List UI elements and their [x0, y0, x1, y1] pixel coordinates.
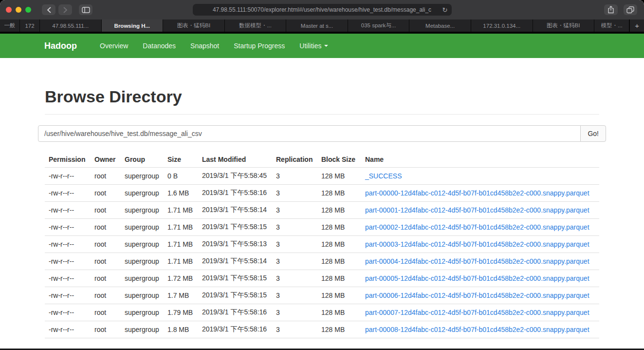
file-link[interactable]: _SUCCESS: [365, 172, 402, 180]
browser-tab[interactable]: Master at s...: [286, 19, 348, 32]
new-tab-button[interactable]: +: [629, 19, 644, 32]
column-header: Name: [361, 152, 599, 168]
browser-tab[interactable]: 47.98.55.111...: [40, 19, 102, 32]
file-row: -rw-r--r-- root supergroup 1.71 MB 2019/…: [45, 202, 599, 219]
hadoop-navbar: Hadoop Overview Datanodes Snapshot Start…: [0, 34, 644, 58]
address-bar[interactable]: 47.98.55.111:50070/explorer.html#/user/h…: [193, 4, 452, 16]
cell-block-size: 128 MB: [317, 219, 361, 236]
zoom-window-button[interactable]: [25, 7, 31, 13]
cell-permission: -rw-r--r--: [45, 185, 91, 202]
cell-permission: -rw-r--r--: [45, 287, 91, 304]
browser-tab[interactable]: 图表・猛犸BI: [163, 19, 225, 32]
cell-permission: -rw-r--r--: [45, 270, 91, 287]
browser-tab[interactable]: Metabase...: [409, 19, 471, 32]
browser-tab[interactable]: 数据模型・...: [225, 19, 287, 32]
cell-block-size: 128 MB: [317, 202, 361, 219]
tab-overview-button[interactable]: [624, 4, 637, 15]
cell-size: 1.6 MB: [164, 185, 198, 202]
directory-path-input[interactable]: [38, 125, 581, 142]
chevron-right-icon: [63, 7, 68, 13]
history-nav-group: [42, 4, 72, 15]
cell-permission: -rw-r--r--: [45, 202, 91, 219]
cell-owner: root: [91, 236, 121, 253]
tab-label: 一般: [4, 22, 16, 29]
cell-size: 1.7 MB: [164, 287, 198, 304]
column-header: Replication: [272, 152, 317, 168]
back-button[interactable]: [42, 4, 55, 15]
cell-name: part-00003-12d4fabc-c012-4d5f-b07f-b01cd…: [361, 236, 599, 253]
column-header: Permission: [45, 152, 91, 168]
navbar-item[interactable]: Datanodes: [135, 34, 183, 58]
cell-permission: -rw-r--r--: [45, 321, 91, 338]
cell-group: supergroup: [121, 219, 164, 236]
browser-tab[interactable]: 035 spark与...: [348, 19, 410, 32]
browser-window: 47.98.55.111:50070/explorer.html#/user/h…: [0, 0, 644, 350]
navbar-item-label: Overview: [100, 42, 128, 50]
cell-name: part-00004-12d4fabc-c012-4d5f-b07f-b01cd…: [361, 253, 599, 270]
close-window-button[interactable]: [6, 7, 12, 13]
cell-replication: 3: [272, 270, 317, 287]
cell-block-size: 128 MB: [317, 287, 361, 304]
cell-name: part-00002-12d4fabc-c012-4d5f-b07f-b01cd…: [361, 219, 599, 236]
tabs-overview-icon: [626, 6, 634, 14]
file-row: -rw-r--r-- root supergroup 1.79 MB 2019/…: [45, 304, 599, 321]
cell-owner: root: [91, 287, 121, 304]
file-row: -rw-r--r-- root supergroup 0 B 2019/3/1 …: [45, 168, 599, 185]
file-row: -rw-r--r-- root supergroup 1.8 MB 2019/3…: [45, 321, 599, 338]
navbar-item[interactable]: Snapshot: [183, 34, 226, 58]
cell-last-modified: 2019/3/1 下午5:58:16: [198, 185, 272, 202]
navbar-item-label: Startup Progress: [234, 42, 285, 50]
navbar-item[interactable]: Startup Progress: [226, 34, 292, 58]
file-link[interactable]: part-00002-12d4fabc-c012-4d5f-b07f-b01cd…: [365, 223, 589, 231]
navbar-item-label: Snapshot: [190, 42, 219, 50]
cell-name: part-00007-12d4fabc-c012-4d5f-b07f-b01cd…: [361, 304, 599, 321]
navbar-item[interactable]: Overview: [92, 34, 135, 58]
file-link[interactable]: part-00004-12d4fabc-c012-4d5f-b07f-b01cd…: [365, 257, 589, 265]
navbar-item[interactable]: Utilities: [292, 34, 335, 58]
file-link[interactable]: part-00003-12d4fabc-c012-4d5f-b07f-b01cd…: [365, 240, 589, 248]
go-button[interactable]: Go!: [580, 125, 606, 142]
cell-last-modified: 2019/3/1 下午5:58:15: [198, 219, 272, 236]
browser-tab[interactable]: Browsing H...: [102, 19, 164, 32]
tab-label: 模型・...: [601, 22, 623, 29]
tab-label: 图表・猛犸BI: [177, 22, 210, 29]
cell-group: supergroup: [121, 253, 164, 270]
cell-name: part-00006-12d4fabc-c012-4d5f-b07f-b01cd…: [361, 287, 599, 304]
file-listing-table: Permission Owner Group Size Last Modifie…: [45, 152, 599, 338]
forward-button[interactable]: [58, 4, 72, 15]
cell-group: supergroup: [121, 236, 164, 253]
cell-name: _SUCCESS: [361, 168, 599, 185]
browser-tab[interactable]: 图表・猛犸BI: [533, 19, 595, 32]
tab-label: Master at s...: [301, 23, 333, 29]
toolbar-right-group: [604, 4, 637, 15]
reload-icon[interactable]: ↻: [442, 7, 448, 13]
minimize-window-button[interactable]: [16, 7, 21, 13]
cell-name: part-00000-12d4fabc-c012-4d5f-b07f-b01cd…: [361, 185, 599, 202]
cell-permission: -rw-r--r--: [45, 253, 91, 270]
file-link[interactable]: part-00005-12d4fabc-c012-4d5f-b07f-b01cd…: [365, 274, 589, 282]
file-link[interactable]: part-00001-12d4fabc-c012-4d5f-b07f-b01cd…: [365, 206, 589, 214]
cell-replication: 3: [272, 304, 317, 321]
cell-block-size: 128 MB: [317, 270, 361, 287]
share-button[interactable]: [604, 4, 618, 15]
tab-label: Metabase...: [425, 23, 455, 29]
table-header-row: Permission Owner Group Size Last Modifie…: [45, 152, 599, 168]
tab-label: 图表・猛犸BI: [547, 22, 580, 29]
cell-owner: root: [91, 185, 121, 202]
browser-tab[interactable]: 一般: [0, 19, 20, 32]
cell-owner: root: [91, 304, 121, 321]
file-link[interactable]: part-00008-12d4fabc-c012-4d5f-b07f-b01cd…: [365, 326, 589, 333]
file-link[interactable]: part-00006-12d4fabc-c012-4d5f-b07f-b01cd…: [365, 292, 589, 299]
titlebar: 47.98.55.111:50070/explorer.html#/user/h…: [0, 0, 644, 19]
browser-tab[interactable]: 模型・...: [594, 19, 629, 32]
cell-owner: root: [91, 168, 121, 185]
browser-tab[interactable]: 172.31.0.134...: [471, 19, 533, 32]
file-link[interactable]: part-00000-12d4fabc-c012-4d5f-b07f-b01cd…: [365, 189, 589, 197]
file-link[interactable]: part-00007-12d4fabc-c012-4d5f-b07f-b01cd…: [365, 309, 589, 316]
cell-last-modified: 2019/3/1 下午5:58:16: [198, 304, 272, 321]
cell-permission: -rw-r--r--: [45, 219, 91, 236]
sidebar-toggle-button[interactable]: [79, 4, 92, 15]
cell-size: 1.79 MB: [164, 304, 198, 321]
browser-tab[interactable]: 172: [20, 19, 40, 32]
navbar-brand[interactable]: Hadoop: [44, 41, 77, 51]
